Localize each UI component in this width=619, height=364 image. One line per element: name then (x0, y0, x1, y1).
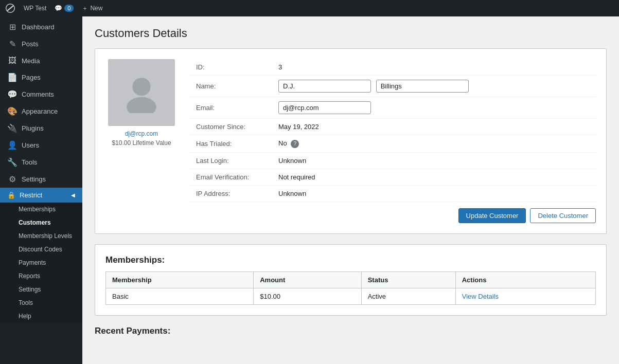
sidebar-item-posts[interactable]: ✎ Posts (0, 35, 82, 52)
sidebar-item-pages[interactable]: 📄 Pages (0, 69, 82, 86)
col-membership: Membership (106, 271, 254, 288)
site-name[interactable]: WP Test (24, 5, 46, 12)
memberships-table: Membership Amount Status Actions Basic $… (105, 271, 596, 305)
field-trialed-row: Has Trialed: No ? (190, 135, 596, 153)
restrict-tools-label: Tools (19, 299, 33, 306)
sidebar-item-label: Tools (22, 158, 37, 166)
membership-action: View Details (455, 288, 595, 304)
customer-top-section: dj@rcp.com $10.00 Lifetime Value ID: 3 N… (105, 59, 596, 202)
memberships-card: Memberships: Membership Amount Status Ac… (95, 244, 607, 316)
sidebar-item-restrict-tools[interactable]: Tools (0, 296, 82, 310)
sidebar-item-restrict-settings[interactable]: Settings (0, 283, 82, 296)
page-title: Customers Details (95, 27, 607, 40)
last-name-input[interactable] (376, 80, 469, 93)
membership-amount: $10.00 (254, 288, 362, 304)
avatar-column: dj@rcp.com $10.00 Lifetime Value (105, 59, 178, 147)
sidebar-item-label: Pages (22, 74, 41, 81)
chevron-right-icon: ◀ (71, 192, 75, 198)
email-value (272, 97, 596, 119)
sidebar-item-users[interactable]: 👤 Users (0, 137, 82, 154)
sidebar-item-customers[interactable]: Customers (0, 216, 82, 229)
wp-logo[interactable] (5, 3, 15, 13)
memberships-header-row: Membership Amount Status Actions (106, 271, 596, 288)
update-customer-button[interactable]: Update Customer (458, 208, 526, 223)
email-label: Email: (190, 97, 272, 119)
sidebar-item-payments[interactable]: Payments (0, 256, 82, 269)
tools-icon: 🔧 (7, 157, 17, 167)
name-label: Name: (190, 76, 272, 97)
field-ip-row: IP Address: Unknown (190, 185, 596, 202)
field-email-row: Email: (190, 97, 596, 119)
sidebar-item-tools[interactable]: 🔧 Tools (0, 154, 82, 171)
sidebar-item-discount-codes[interactable]: Discount Codes (0, 243, 82, 256)
login-label: Last Login: (190, 152, 272, 169)
posts-icon: ✎ (7, 39, 17, 49)
name-value (272, 76, 596, 97)
lifetime-value: $10.00 Lifetime Value (112, 139, 171, 147)
help-icon[interactable]: ? (291, 140, 299, 148)
customer-details-card: dj@rcp.com $10.00 Lifetime Value ID: 3 N… (95, 48, 607, 234)
sidebar-item-media[interactable]: 🖼 Media (0, 52, 82, 69)
sidebar-item-dashboard[interactable]: ⊞ Dashboard (0, 19, 82, 35)
since-label: Customer Since: (190, 119, 272, 135)
first-name-input[interactable] (278, 80, 371, 93)
email-input[interactable] (278, 101, 371, 114)
help-label: Help (19, 313, 31, 320)
customers-label: Customers (19, 219, 51, 226)
sidebar: ⊞ Dashboard ✎ Posts 🖼 Media 📄 Pages 💬 Co… (0, 16, 82, 364)
dashboard-icon: ⊞ (7, 22, 17, 32)
restrict-submenu: Memberships Customers Membership Levels … (0, 203, 82, 323)
membership-status: Active (361, 288, 455, 304)
membership-levels-label: Membership Levels (19, 232, 72, 240)
appearance-icon: 🎨 (7, 106, 17, 116)
sidebar-item-restrict[interactable]: 🔒 Restrict ◀ (0, 188, 82, 203)
sidebar-item-label: Dashboard (22, 23, 55, 31)
sidebar-item-comments[interactable]: 💬 Comments (0, 86, 82, 103)
sidebar-item-memberships[interactable]: Memberships (0, 203, 82, 216)
id-value: 3 (272, 59, 596, 76)
customer-fields-table: ID: 3 Name: Email: (190, 59, 596, 202)
new-label: New (90, 5, 102, 12)
field-verification-row: Email Verification: Not required (190, 169, 596, 185)
sidebar-menu: ⊞ Dashboard ✎ Posts 🖼 Media 📄 Pages 💬 Co… (0, 19, 82, 188)
svg-point-1 (127, 97, 156, 113)
customer-button-row: Update Customer Delete Customer (105, 208, 596, 223)
main-content: Customers Details dj@rcp.com $10.00 Life… (82, 16, 619, 364)
field-login-row: Last Login: Unknown (190, 152, 596, 169)
membership-row: Basic $10.00 Active View Details (106, 288, 596, 304)
sidebar-item-label: Posts (22, 40, 39, 48)
discount-codes-label: Discount Codes (19, 246, 62, 253)
delete-customer-button[interactable]: Delete Customer (530, 208, 596, 223)
recent-payments-title: Recent Payments: (95, 326, 607, 336)
site-name-text: WP Test (24, 5, 46, 12)
id-label: ID: (190, 59, 272, 76)
memberships-title: Memberships: (105, 255, 596, 265)
restrict-icon: 🔒 (7, 191, 15, 199)
sidebar-item-appearance[interactable]: 🎨 Appearance (0, 103, 82, 120)
sidebar-item-plugins[interactable]: 🔌 Plugins (0, 120, 82, 137)
payments-label: Payments (19, 259, 46, 266)
sidebar-item-membership-levels[interactable]: Membership Levels (0, 229, 82, 243)
ip-label: IP Address: (190, 185, 272, 202)
media-icon: 🖼 (7, 56, 17, 65)
col-status: Status (361, 271, 455, 288)
sidebar-item-settings[interactable]: ⚙ Settings (0, 171, 82, 188)
col-actions: Actions (455, 271, 595, 288)
col-amount: Amount (254, 271, 362, 288)
recent-payments-section: Recent Payments: (95, 326, 607, 336)
sidebar-item-reports[interactable]: Reports (0, 269, 82, 283)
new-content-button[interactable]: ＋ New (82, 4, 102, 13)
svg-point-0 (132, 78, 150, 96)
sidebar-item-help[interactable]: Help (0, 310, 82, 323)
comments-link[interactable]: 💬 0 (55, 5, 74, 12)
sidebar-item-label: Comments (22, 90, 54, 98)
customer-email-link[interactable]: dj@rcp.com (125, 130, 158, 137)
field-id-row: ID: 3 (190, 59, 596, 76)
membership-name: Basic (106, 288, 254, 304)
view-details-link[interactable]: View Details (462, 293, 499, 300)
sidebar-item-label: Settings (22, 175, 46, 183)
comments-icon: 💬 (7, 89, 17, 99)
since-value: May 19, 2022 (272, 119, 596, 135)
sidebar-item-label: Appearance (22, 107, 58, 115)
sidebar-item-label: Plugins (22, 124, 44, 132)
